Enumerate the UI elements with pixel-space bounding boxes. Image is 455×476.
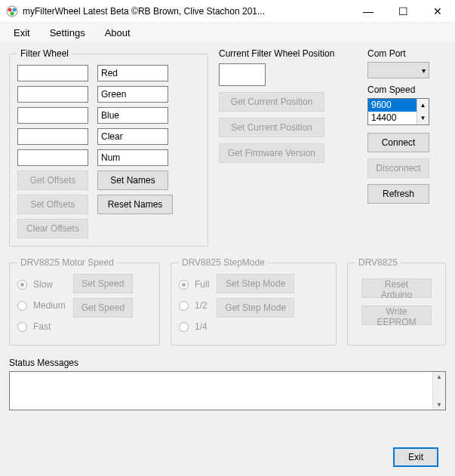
offset-input-1[interactable] <box>17 65 88 81</box>
com-speed-spinner[interactable]: ▲ ▼ <box>417 99 429 124</box>
radio-fast-label: Fast <box>33 321 51 332</box>
scroll-down-icon[interactable]: ▼ <box>436 401 442 408</box>
filter-wheel-legend: Filter Wheel <box>17 48 72 59</box>
window-title: myFilterWheel Latest Beta ©RB Brown, Cli… <box>23 6 351 17</box>
offset-input-5[interactable] <box>17 149 88 166</box>
drv8825-legend: DRV8825 <box>355 257 401 268</box>
status-label: Status Messages <box>9 358 446 368</box>
set-offsets-button[interactable]: Set Offsets <box>17 195 88 214</box>
get-firmware-version-button[interactable]: Get Firmware Version <box>219 143 324 163</box>
scroll-up-icon[interactable]: ▲ <box>436 373 442 380</box>
menu-exit[interactable]: Exit <box>14 27 30 38</box>
motor-speed-group: DRV8825 Motor Speed Slow Medium Fast <box>9 257 160 345</box>
com-speed-list[interactable]: 9600 14400 ▲ ▼ <box>367 98 429 125</box>
spin-down-icon[interactable]: ▼ <box>417 112 429 124</box>
refresh-button[interactable]: Refresh <box>367 184 429 204</box>
set-names-button[interactable]: Set Names <box>97 170 168 190</box>
titlebar: myFilterWheel Latest Beta ©RB Brown, Cli… <box>0 0 455 23</box>
menu-settings[interactable]: Settings <box>50 27 85 38</box>
client-area: Filter Wheel Get Offsets Set Offsets Cle… <box>0 42 455 476</box>
com-port-label: Com Port <box>367 48 446 59</box>
com-speed-label: Com Speed <box>367 84 446 95</box>
svg-point-3 <box>11 11 14 15</box>
exit-button[interactable]: Exit <box>393 447 438 467</box>
name-input-5[interactable] <box>97 149 168 166</box>
radio-slow-label: Slow <box>33 279 53 290</box>
set-current-position-button[interactable]: Set Current Position <box>219 118 324 137</box>
app-icon <box>6 5 18 17</box>
set-speed-button[interactable]: Set Speed <box>73 274 133 293</box>
status-scrollbar[interactable]: ▲ ▼ <box>432 372 445 410</box>
radio-half[interactable] <box>179 301 189 311</box>
spin-up-icon[interactable]: ▲ <box>417 99 429 112</box>
offset-input-3[interactable] <box>17 107 88 124</box>
menu-about[interactable]: About <box>105 27 131 38</box>
get-current-position-button[interactable]: Get Current Position <box>219 92 324 112</box>
com-port-combo[interactable]: ▾ <box>367 62 429 78</box>
maximize-button[interactable]: ☐ <box>386 0 420 23</box>
com-speed-option-9600[interactable]: 9600 <box>368 99 417 112</box>
reset-names-button[interactable]: Reset Names <box>97 195 173 214</box>
connect-button[interactable]: Connect <box>367 133 429 152</box>
radio-slow[interactable] <box>17 280 27 290</box>
radio-quarter[interactable] <box>179 322 189 332</box>
radio-full-label: Full <box>195 279 209 290</box>
radio-fast[interactable] <box>17 322 27 332</box>
name-input-4[interactable] <box>97 128 168 145</box>
write-eeprom-button[interactable]: Write EEPROM <box>361 306 432 325</box>
minimize-button[interactable]: — <box>351 0 386 23</box>
status-text[interactable] <box>10 372 432 410</box>
chevron-down-icon: ▾ <box>422 66 426 75</box>
radio-quarter-label: 1/4 <box>195 321 208 332</box>
close-button[interactable]: ✕ <box>420 0 455 23</box>
motor-speed-legend: DRV8825 Motor Speed <box>17 257 117 268</box>
radio-half-label: 1/2 <box>195 300 208 311</box>
name-input-2[interactable] <box>97 86 168 103</box>
status-messages-box[interactable]: ▲ ▼ <box>9 371 446 410</box>
drv8825-group: DRV8825 Reset Arduino Write EEPROM <box>347 257 446 345</box>
step-mode-legend: DRV8825 StepMode <box>179 257 268 268</box>
footer: Exit <box>393 447 438 467</box>
clear-offsets-button[interactable]: Clear Offsets <box>17 219 88 238</box>
radio-medium-label: Medium <box>33 300 66 311</box>
disconnect-button[interactable]: Disconnect <box>367 158 429 178</box>
svg-point-2 <box>13 8 17 11</box>
reset-arduino-button[interactable]: Reset Arduino <box>361 278 432 298</box>
offset-input-4[interactable] <box>17 128 88 145</box>
offset-input-2[interactable] <box>17 86 88 103</box>
current-position-group: Current Filter Wheel Position Get Curren… <box>219 48 357 163</box>
status-area: Status Messages ▲ ▼ <box>9 358 446 410</box>
svg-point-1 <box>8 8 12 11</box>
radio-full[interactable] <box>179 280 189 290</box>
connection-panel: Com Port ▾ Com Speed 9600 14400 ▲ ▼ Conn… <box>367 48 446 204</box>
name-input-3[interactable] <box>97 107 168 124</box>
get-speed-button[interactable]: Get Speed <box>73 298 133 318</box>
step-mode-group: DRV8825 StepMode Full 1/2 1/4 <box>171 257 337 345</box>
current-position-input[interactable] <box>219 63 266 86</box>
radio-medium[interactable] <box>17 301 27 311</box>
current-position-label: Current Filter Wheel Position <box>219 48 357 59</box>
get-offsets-button[interactable]: Get Offsets <box>17 170 88 190</box>
set-step-mode-button[interactable]: Set Step Mode <box>217 274 294 293</box>
get-step-mode-button[interactable]: Get Step Mode <box>217 298 294 318</box>
com-speed-option-14400[interactable]: 14400 <box>368 112 417 124</box>
name-input-1[interactable] <box>97 65 168 81</box>
filter-wheel-group: Filter Wheel Get Offsets Set Offsets Cle… <box>9 48 208 247</box>
menubar: Exit Settings About <box>0 23 455 42</box>
